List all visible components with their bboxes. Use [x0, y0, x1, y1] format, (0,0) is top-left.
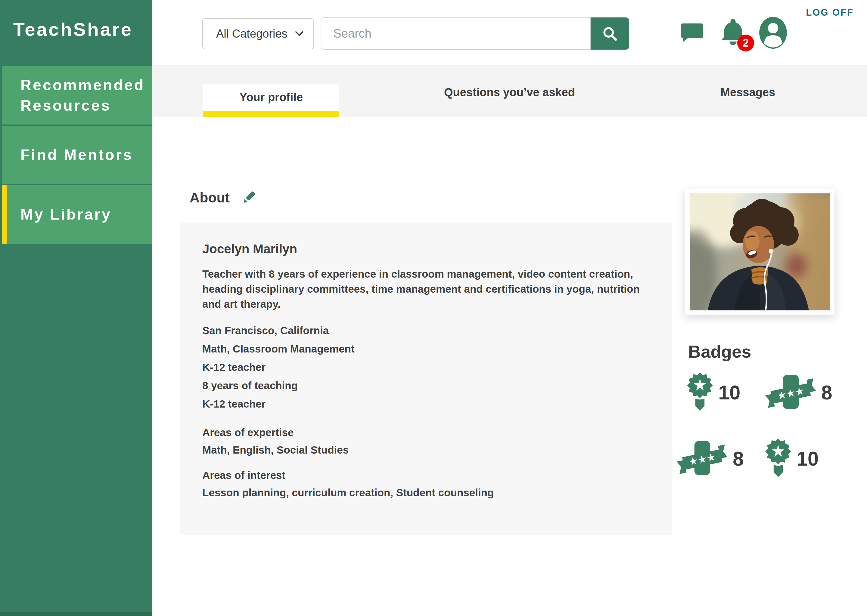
avatar-icon	[759, 17, 787, 49]
person-bio: Teacher with 8 years of experience in cl…	[202, 267, 645, 312]
badge-count: 10	[718, 381, 740, 404]
badge-item: 8	[676, 438, 761, 479]
expertise-value: Math, English, Social Studies	[202, 444, 645, 456]
sidebar: TeachShare Recommended Resources Find Me…	[0, 0, 152, 616]
sidebar-item-label: My Library	[20, 204, 112, 225]
expertise-label: Areas of expertise	[202, 426, 645, 438]
main-content: About Jocelyn Marilyn Teacher with 8 yea…	[152, 117, 867, 616]
rosette-badge-icon	[765, 438, 792, 479]
tab-label: Messages	[720, 86, 775, 99]
sidebar-item-my-library[interactable]: My Library	[0, 185, 152, 244]
rosette-badge-icon	[686, 372, 714, 413]
badge-count: 8	[733, 447, 744, 470]
tab-label: Questions you’ve asked	[444, 86, 575, 99]
badge-item: 8	[765, 372, 855, 413]
detail-subjects: Math, Classroom Management	[202, 339, 645, 358]
edit-about-button[interactable]	[241, 190, 257, 206]
category-dropdown[interactable]: All Categories	[202, 18, 314, 49]
badge-item: 10	[686, 372, 761, 413]
tab-messages[interactable]: Messages	[629, 65, 867, 117]
detail-experience: 8 years of teaching	[202, 376, 645, 394]
interest-label: Areas of interest	[202, 469, 645, 481]
profile-menu-button[interactable]	[759, 0, 787, 65]
person-name: Jocelyn Marilyn	[202, 242, 645, 256]
detail-location: San Francisco, California	[202, 321, 645, 339]
person-details-list: San Francisco, California Math, Classroo…	[202, 321, 645, 413]
notification-count-badge: 2	[737, 35, 754, 52]
log-off-link[interactable]: LOG OFF	[806, 7, 854, 18]
pencil-icon	[241, 190, 257, 206]
about-section-title: About	[190, 190, 230, 206]
photo-person-figure	[690, 193, 830, 310]
about-header: About	[190, 190, 257, 206]
sidebar-item-recommended-resources[interactable]: Recommended Resources	[0, 66, 152, 124]
sidebar-footer-bar	[0, 612, 152, 616]
badges-section-title: Badges	[688, 341, 751, 361]
tab-label: Your profile	[240, 91, 303, 104]
about-card: Jocelyn Marilyn Teacher with 8 years of …	[180, 223, 672, 535]
sidebar-item-label: Find Mentors	[20, 145, 133, 165]
detail-grade-2: K-12 teacher	[202, 394, 645, 413]
badge-count: 10	[796, 447, 818, 470]
ribbon-stars-badge-icon	[676, 440, 728, 477]
badge-count: 8	[821, 381, 832, 404]
sidebar-item-label: Recommended Resources	[20, 75, 145, 116]
ribbon-stars-badge-icon	[765, 374, 817, 411]
topbar: All Categories	[152, 0, 867, 65]
detail-grade: K-12 teacher	[202, 358, 645, 376]
search-icon	[602, 26, 618, 41]
search-input[interactable]	[321, 17, 591, 50]
profile-tabs: Your profile Questions you’ve asked Mess…	[152, 65, 867, 117]
chat-icon	[680, 22, 704, 43]
messages-button[interactable]	[680, 0, 704, 65]
sidebar-nav: Recommended Resources Find Mentors My Li…	[0, 66, 152, 245]
profile-photo-card	[685, 189, 834, 315]
profile-photo	[690, 193, 830, 310]
chevron-down-icon	[295, 31, 304, 37]
badges-grid: 10 8 8 10	[686, 372, 855, 479]
tab-your-profile[interactable]: Your profile	[152, 65, 391, 117]
interest-value: Lesson planning, curriculum creation, St…	[202, 487, 645, 499]
category-dropdown-value: All Categories	[216, 27, 287, 40]
tab-questions-asked[interactable]: Questions you’ve asked	[391, 65, 629, 117]
sidebar-item-find-mentors[interactable]: Find Mentors	[0, 126, 152, 184]
app-logo: TeachShare	[13, 19, 133, 40]
search-button[interactable]	[591, 17, 629, 50]
notifications-button[interactable]: 2	[720, 0, 746, 65]
badge-item: 10	[765, 438, 855, 479]
